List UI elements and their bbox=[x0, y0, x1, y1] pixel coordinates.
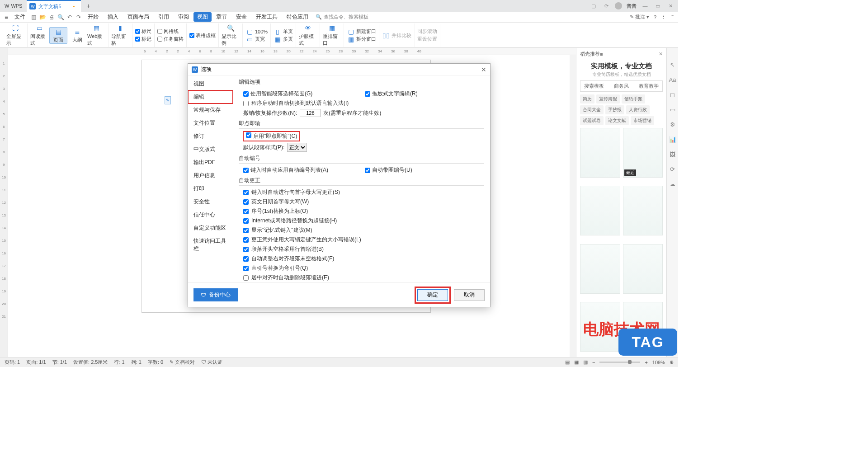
dialog-logo-icon: W bbox=[192, 66, 198, 73]
chk-url[interactable] bbox=[243, 218, 249, 224]
side-general[interactable]: 常规与保存 bbox=[188, 103, 233, 117]
cancel-button[interactable]: 取消 bbox=[454, 289, 485, 301]
side-revision[interactable]: 修订 bbox=[188, 130, 233, 143]
auth-icon[interactable]: 🛡 未认证 bbox=[201, 359, 222, 366]
modal-overlay: W 选项 ✕ 视图 编辑 常规与保存 文件位置 修订 中文版式 输出PDF 用户… bbox=[0, 0, 678, 367]
defstyle-label: 默认段落样式(P): bbox=[243, 144, 284, 151]
zoom-out-icon[interactable]: − bbox=[592, 360, 595, 365]
status-section[interactable]: 节: 1/1 bbox=[52, 359, 67, 366]
chk-align[interactable] bbox=[243, 256, 249, 262]
section-autonum: 自动编号 bbox=[239, 155, 484, 164]
dialog-content: 编辑选项 使用智能段落选择范围(G) 拖放式文字编辑(R) 程序启动时自动切换到… bbox=[233, 75, 490, 282]
proof-icon[interactable]: ✎ 文档校对 bbox=[170, 359, 195, 366]
chk-cap[interactable] bbox=[243, 190, 249, 195]
side-print[interactable]: 打印 bbox=[188, 182, 233, 195]
dialog-sidebar: 视图 编辑 常规与保存 文件位置 修订 中文版式 输出PDF 用户信息 打印 安… bbox=[188, 75, 233, 282]
side-userinfo[interactable]: 用户信息 bbox=[188, 169, 233, 182]
side-security[interactable]: 安全性 bbox=[188, 195, 233, 208]
status-words[interactable]: 字数: 0 bbox=[148, 359, 163, 366]
options-dialog: W 选项 ✕ 视图 编辑 常规与保存 文件位置 修订 中文版式 输出PDF 用户… bbox=[188, 63, 491, 307]
chk-indent[interactable] bbox=[243, 247, 249, 252]
status-line: 行: 1 bbox=[114, 359, 124, 366]
chk-ord[interactable] bbox=[243, 209, 249, 214]
status-col: 列: 1 bbox=[131, 359, 142, 366]
side-view[interactable]: 视图 bbox=[188, 77, 233, 90]
side-chinese[interactable]: 中文版式 bbox=[188, 143, 233, 156]
chk-engweek[interactable] bbox=[243, 199, 249, 205]
zoom-in-icon[interactable]: + bbox=[645, 360, 647, 365]
chk-autocircle[interactable] bbox=[365, 168, 370, 173]
side-qat[interactable]: 快速访问工具栏 bbox=[188, 235, 233, 255]
chk-quote[interactable] bbox=[243, 266, 249, 271]
fit-icon[interactable]: ⊕ bbox=[670, 359, 674, 365]
chk-memo[interactable] bbox=[243, 228, 249, 233]
view-outline-icon[interactable]: ▥ bbox=[583, 359, 588, 365]
ok-button[interactable]: 确定 bbox=[417, 289, 448, 301]
backup-center-button[interactable]: 🛡 备份中心 bbox=[193, 288, 238, 301]
undo-label: 撤销/恢复操作步数(N): bbox=[243, 109, 297, 117]
status-pos: 设置值: 2.5厘米 bbox=[73, 359, 108, 366]
status-pages[interactable]: 页面: 1/1 bbox=[26, 359, 46, 366]
undo-steps-input[interactable] bbox=[300, 109, 321, 117]
zoom-value[interactable]: 109% bbox=[652, 360, 665, 365]
chk-smartpara[interactable] bbox=[243, 91, 249, 97]
undo-hint: 次(需重启程序才能生效) bbox=[323, 109, 381, 117]
side-pdf[interactable]: 输出PDF bbox=[188, 156, 233, 169]
side-customribbon[interactable]: 自定义功能区 bbox=[188, 221, 233, 235]
section-click: 即点即输 bbox=[239, 120, 484, 129]
status-bar: 页码: 1 页面: 1/1 节: 1/1 设置值: 2.5厘米 行: 1 列: … bbox=[0, 357, 678, 367]
side-edit[interactable]: 编辑 bbox=[188, 90, 233, 103]
chk-drag[interactable] bbox=[365, 91, 370, 97]
chk-clickenable[interactable] bbox=[246, 132, 251, 138]
side-filelocation[interactable]: 文件位置 bbox=[188, 117, 233, 130]
chk-autonum[interactable] bbox=[243, 168, 249, 173]
defstyle-select[interactable]: 正文 bbox=[287, 143, 307, 152]
section-autofix: 自动更正 bbox=[239, 177, 484, 186]
chk-center[interactable] bbox=[243, 275, 249, 281]
chk-caps[interactable] bbox=[243, 237, 249, 243]
view-print-icon[interactable]: ▤ bbox=[565, 359, 570, 365]
side-trust[interactable]: 信任中心 bbox=[188, 208, 233, 221]
chk-autoswitch[interactable] bbox=[243, 101, 249, 106]
watermark-tag: TAG bbox=[618, 329, 677, 356]
status-page[interactable]: 页码: 1 bbox=[5, 359, 20, 366]
zoom-slider[interactable] bbox=[599, 362, 640, 363]
dialog-close-icon[interactable]: ✕ bbox=[481, 66, 486, 73]
dialog-title: 选项 bbox=[201, 66, 212, 73]
section-edit: 编辑选项 bbox=[239, 78, 484, 87]
view-web-icon[interactable]: ▦ bbox=[574, 359, 579, 365]
